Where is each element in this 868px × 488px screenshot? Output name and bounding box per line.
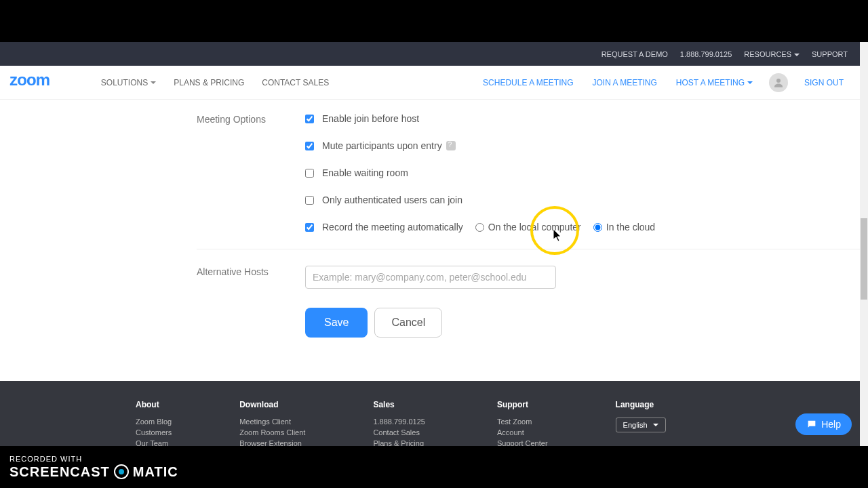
record-local-label: On the local computer [488, 222, 581, 232]
scrollbar[interactable] [860, 42, 868, 446]
form-content: Meeting Options Enable join before host … [0, 100, 860, 358]
footer-link[interactable]: Meetings Client [239, 418, 305, 426]
waiting-room-checkbox[interactable] [305, 169, 314, 178]
footer-about-title: About [136, 400, 172, 409]
nav-schedule-meeting[interactable]: SCHEDULE A MEETING [476, 73, 580, 93]
footer-link[interactable]: Support Center [497, 439, 548, 446]
alternative-hosts-label: Alternative Hosts [197, 266, 305, 289]
footer-link[interactable]: Browser Extension [239, 439, 305, 446]
request-demo-link[interactable]: REQUEST A DEMO [601, 50, 668, 58]
footer-about: About Zoom Blog Customers Our Team Why Z… [136, 400, 172, 446]
footer-language: Language English [616, 400, 666, 446]
footer-link[interactable]: Customers [136, 428, 172, 436]
record-cloud-radio[interactable] [593, 223, 602, 232]
meeting-options-label: Meeting Options [197, 113, 305, 239]
enable-join-before-host-label: Enable join before host [322, 113, 419, 124]
cancel-button[interactable]: Cancel [374, 308, 442, 338]
phone-link[interactable]: 1.888.799.0125 [680, 50, 732, 58]
footer-link[interactable]: Plans & Pricing [373, 439, 429, 446]
svg-text:zoom: zoom [9, 73, 50, 89]
chevron-down-icon [653, 424, 658, 426]
section-divider [197, 249, 860, 249]
nav-join-meeting[interactable]: JOIN A MEETING [585, 73, 663, 93]
footer-link[interactable]: 1.888.799.0125 [373, 418, 429, 426]
utility-bar: REQUEST A DEMO 1.888.799.0125 RESOURCES … [0, 42, 860, 66]
chat-icon [806, 419, 817, 430]
svg-point-1 [776, 79, 781, 83]
user-icon [772, 77, 785, 89]
main-nav: zoom SOLUTIONS PLANS & PRICING CONTACT S… [0, 66, 860, 100]
footer-sales-title: Sales [373, 400, 429, 409]
footer-download: Download Meetings Client Zoom Rooms Clie… [239, 400, 305, 446]
support-link[interactable]: SUPPORT [812, 50, 848, 58]
nav-plans[interactable]: PLANS & PRICING [167, 73, 251, 93]
footer-link[interactable]: Contact Sales [373, 428, 429, 436]
alternative-hosts-input[interactable] [305, 266, 556, 289]
footer-support: Support Test Zoom Account Support Center… [497, 400, 548, 446]
scroll-thumb[interactable] [861, 218, 867, 300]
enable-join-before-host-checkbox[interactable] [305, 115, 314, 123]
nav-contact[interactable]: CONTACT SALES [255, 73, 336, 93]
mute-participants-checkbox[interactable] [305, 142, 314, 150]
mute-participants-label: Mute participants upon entry [322, 140, 442, 151]
footer-link[interactable]: Our Team [136, 439, 172, 446]
footer-language-title: Language [616, 400, 666, 409]
footer-sales: Sales 1.888.799.0125 Contact Sales Plans… [373, 400, 429, 446]
nav-solutions[interactable]: SOLUTIONS [94, 73, 163, 93]
record-automatically-checkbox[interactable] [305, 223, 314, 232]
save-button[interactable]: Save [305, 308, 368, 338]
footer-link[interactable]: Zoom Rooms Client [239, 428, 305, 436]
footer-link[interactable]: Account [497, 428, 548, 436]
footer-link[interactable]: Zoom Blog [136, 418, 172, 426]
footer-link[interactable]: Test Zoom [497, 418, 548, 426]
language-dropdown[interactable]: English [616, 418, 666, 432]
chevron-down-icon [747, 81, 753, 84]
footer-support-title: Support [497, 400, 548, 409]
nav-signout[interactable]: SIGN OUT [797, 73, 850, 93]
authenticated-users-label: Only authenticated users can join [322, 195, 462, 205]
record-automatically-label: Record the meeting automatically [322, 222, 463, 232]
footer-download-title: Download [239, 400, 305, 409]
waiting-room-label: Enable waiting room [322, 167, 408, 178]
recorder-watermark: RECORDED WITH SCREENCAST MATIC [9, 455, 178, 480]
resources-dropdown[interactable]: RESOURCES [744, 50, 800, 58]
footer: About Zoom Blog Customers Our Team Why Z… [0, 381, 860, 446]
record-cloud-label: In the cloud [606, 222, 655, 232]
record-local-radio[interactable] [475, 223, 484, 232]
authenticated-users-checkbox[interactable] [305, 196, 314, 205]
help-button[interactable]: Help [795, 413, 852, 435]
zoom-logo[interactable]: zoom [9, 72, 79, 94]
avatar[interactable] [769, 73, 788, 92]
info-icon[interactable] [446, 141, 456, 150]
chevron-down-icon [794, 54, 800, 56]
chevron-down-icon [151, 81, 156, 84]
nav-host-meeting[interactable]: HOST A MEETING [669, 73, 760, 93]
